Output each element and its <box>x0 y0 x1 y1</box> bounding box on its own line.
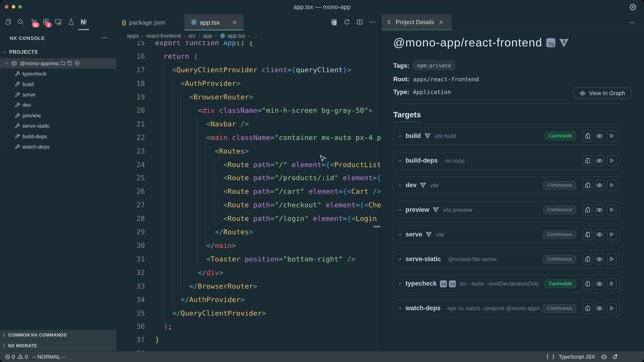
target-card-build: buildvite buildCacheable <box>393 127 620 145</box>
tab-project-details[interactable]: Project Details <box>381 14 452 30</box>
tab-app-tsx[interactable]: app.tsx <box>184 14 243 30</box>
copy-task-button[interactable] <box>583 204 592 215</box>
target-name: preview <box>22 112 41 118</box>
line-number: 33 <box>116 279 145 293</box>
view-task-button[interactable] <box>595 180 604 191</box>
breadcrumb-item[interactable]: app.tsx <box>228 33 245 39</box>
run-task-button[interactable] <box>607 155 616 166</box>
panel-more-actions-icon[interactable] <box>629 20 635 25</box>
activity-badge: 1 <box>46 22 52 27</box>
errors-count[interactable]: 0 <box>12 354 15 360</box>
breadcrumb-item[interactable]: apps <box>127 33 139 39</box>
open-preview-icon[interactable] <box>330 18 337 26</box>
view-task-button[interactable] <box>595 155 604 166</box>
testing-activity-icon[interactable] <box>68 18 75 25</box>
tree-item-target-preview[interactable]: preview <box>0 110 116 121</box>
run-task-button[interactable] <box>607 254 616 265</box>
close-window-button[interactable] <box>5 5 8 8</box>
vite-icon <box>559 38 569 48</box>
reveal-folder-icon[interactable] <box>60 60 66 66</box>
tree-item-target-typecheck[interactable]: typecheck <box>0 68 116 79</box>
view-in-graph-button[interactable]: View In Graph <box>574 87 631 99</box>
copy-task-button[interactable] <box>583 155 592 166</box>
code-line-21: 21 <Navbar /> <box>116 117 380 131</box>
view-task-button[interactable] <box>595 278 604 289</box>
code-editor[interactable]: 15export function App() {16 return (17 <… <box>116 41 380 351</box>
search-activity-icon[interactable] <box>17 18 24 25</box>
code-line-24: 24 <Route path="/" element={<ProductList… <box>116 158 380 171</box>
chevron-down-icon[interactable] <box>397 208 402 212</box>
tree-section-projects[interactable]: PROJECTS <box>0 47 116 57</box>
copy-task-button[interactable] <box>583 303 592 314</box>
code-line-37: 37} <box>116 333 380 347</box>
code-line-38: 38 <box>116 347 380 351</box>
copy-task-button[interactable] <box>583 229 592 240</box>
code-line-17: 17 <QueryClientProvider client={queryCli… <box>116 63 380 77</box>
sidebar-more-actions-icon[interactable] <box>102 35 107 40</box>
run-task-button[interactable] <box>607 204 616 215</box>
close-tab-icon[interactable] <box>232 19 237 25</box>
tree-item-target-watch-deps[interactable]: watch-deps <box>0 141 116 152</box>
run-task-button[interactable] <box>607 131 616 141</box>
target-name: watch-deps <box>406 305 440 312</box>
tab-package-json[interactable]: {} package.json <box>116 14 184 30</box>
tree-item-project[interactable]: @mono-app/rea... <box>0 58 116 68</box>
section-nx-migrate[interactable]: NX MIGRATE <box>0 340 116 351</box>
run-task-button[interactable] <box>607 278 616 289</box>
copy-task-button[interactable] <box>583 131 592 141</box>
chevron-down-icon[interactable] <box>397 306 402 311</box>
view-task-button[interactable] <box>595 131 604 141</box>
copy-task-button[interactable] <box>583 254 592 265</box>
refresh-icon[interactable] <box>344 19 350 25</box>
warnings-count[interactable]: 0 <box>25 354 28 360</box>
line-number: 26 <box>116 185 145 198</box>
run-task-button[interactable] <box>607 303 616 314</box>
zoom-window-button[interactable] <box>18 5 22 8</box>
chevron-down-icon[interactable] <box>397 183 402 188</box>
editor-group: {} package.json app.tsx apps›react-front… <box>116 14 380 351</box>
view-in-graph-icon[interactable] <box>74 60 80 66</box>
language-indicator[interactable]: TypeScript JSX <box>559 354 595 360</box>
tree-item-target-serve[interactable]: serve <box>0 89 116 100</box>
view-task-button[interactable] <box>595 229 604 240</box>
warnings-icon[interactable] <box>18 354 23 360</box>
wrench-icon <box>15 71 20 77</box>
more-actions-icon[interactable] <box>370 19 375 25</box>
chevron-down-icon[interactable] <box>397 134 402 138</box>
settings-gear-icon[interactable] <box>630 4 636 10</box>
chevron-down-icon[interactable] <box>397 281 402 286</box>
breadcrumb-item[interactable]: ... <box>253 33 258 39</box>
tree-item-target-dev[interactable]: dev <box>0 100 116 110</box>
horizontal-scrollbar[interactable] <box>374 226 380 227</box>
minimize-window-button[interactable] <box>12 5 15 8</box>
remote-explorer-activity-icon[interactable] <box>55 18 62 25</box>
chevron-down-icon[interactable] <box>397 232 402 237</box>
run-task-button[interactable] <box>607 180 616 191</box>
copy-task-button[interactable] <box>583 278 592 289</box>
errors-icon[interactable] <box>5 354 10 359</box>
copy-task-button[interactable] <box>583 180 592 191</box>
breadcrumb-item[interactable]: react-frontend <box>146 33 181 39</box>
view-task-button[interactable] <box>595 204 604 215</box>
copy-task-icon[interactable] <box>67 60 72 66</box>
notifications-bell-icon[interactable] <box>612 354 618 360</box>
split-editor-icon[interactable] <box>356 19 363 25</box>
breadcrumb-item[interactable]: app <box>203 33 212 39</box>
close-panel-icon[interactable] <box>438 20 444 25</box>
chevron-down-icon[interactable] <box>397 158 402 163</box>
copilot-icon[interactable] <box>601 354 607 360</box>
run-task-button[interactable] <box>607 229 616 240</box>
nx-console-activity-icon[interactable] <box>80 18 87 25</box>
view-task-button[interactable] <box>595 303 604 314</box>
code-line-23: 23 <Routes> <box>116 144 380 158</box>
files-activity-icon[interactable] <box>5 18 12 25</box>
view-task-button[interactable] <box>595 254 604 265</box>
tree-item-target-serve-static[interactable]: serve-static <box>0 121 116 131</box>
chevron-down-icon[interactable] <box>397 257 402 261</box>
section-label: NX MIGRATE <box>8 343 37 348</box>
section-common-nx-commands[interactable]: COMMON NX COMMANDS <box>0 330 116 340</box>
tree-item-target-build-deps[interactable]: build-deps <box>0 131 116 141</box>
tree-item-target-build[interactable]: build <box>0 79 116 89</box>
breadcrumb-item[interactable]: src <box>188 33 196 39</box>
vite-icon <box>424 133 431 139</box>
